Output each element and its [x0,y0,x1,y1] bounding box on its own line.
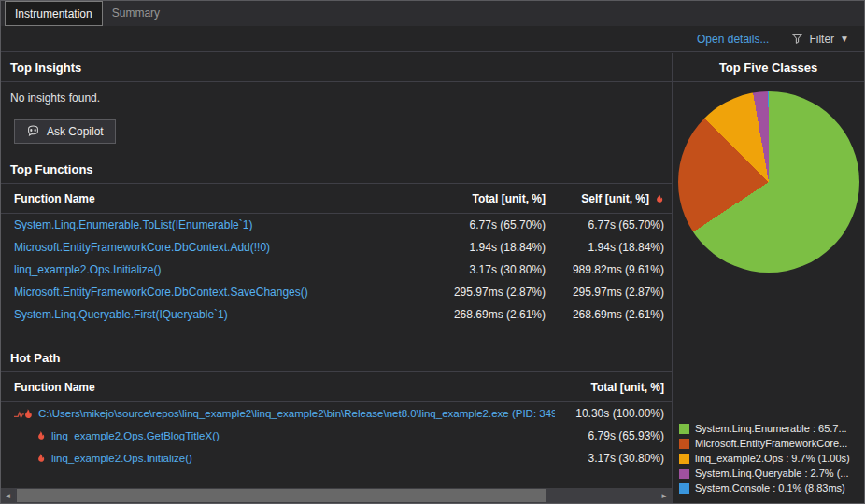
function-link[interactable]: System.Linq.Queryable.First(IQueryable`1… [14,308,228,321]
filter-funnel-icon [791,33,803,45]
total-value: 1.94s (18.84%) [413,241,553,254]
pie-chart[interactable] [678,91,859,273]
legend-swatch [679,469,689,479]
scrollbar-thumb[interactable] [17,489,546,502]
legend-swatch [679,439,689,449]
chevron-down-icon: ▼ [840,34,849,44]
legend-label: linq_example2.Ops : 9.7% (1.00s) [695,453,850,464]
function-link[interactable]: linq_example2.Ops.Initialize() [51,453,192,464]
col-self-label: Self [unit, %] [581,192,649,205]
legend-label: System.Console : 0.1% (8.83ms) [695,483,845,494]
legend-label: System.Linq.Queryable : 2.7% (... [695,468,848,479]
tab-instrumentation[interactable]: Instrumentation [5,1,103,26]
self-value: 1.94s (18.84%) [553,241,672,254]
legend-swatch [679,483,689,494]
total-value: 6.79s (65.93%) [555,429,672,442]
profiler-report-window: Instrumentation Summary Open details... … [0,0,865,504]
col-total: Total [unit, %] [555,381,672,394]
total-value: 268.69ms (2.61%) [413,308,553,321]
legend-swatch [679,424,689,434]
legend-label: System.Linq.Enumerable : 65.7... [695,423,847,434]
no-insights-message: No insights found. [1,82,672,106]
total-value: 3.17s (30.80%) [413,263,553,276]
top-five-classes-title: Top Five Classes [673,53,864,82]
total-value: 10.30s (100.00%) [555,407,672,420]
function-link[interactable]: linq_example2.Ops.Initialize() [14,263,161,276]
legend-item: Microsoft.EntityFrameworkCore... [679,436,862,451]
total-value: 3.17s (30.80%) [555,452,672,465]
self-value: 268.69ms (2.61%) [553,308,672,321]
scroll-left-arrow[interactable]: ◄ [1,488,16,503]
self-value: 6.77s (65.70%) [553,218,672,231]
left-panel: Top Insights No insights found. Ask Copi… [1,53,673,503]
tab-summary[interactable]: Summary [103,1,169,26]
ask-copilot-button[interactable]: Ask Copilot [14,119,116,144]
table-row[interactable]: Microsoft.EntityFrameworkCore.DbContext.… [1,281,672,303]
col-function-name: Function Name [1,381,555,394]
scroll-right-arrow[interactable]: ► [657,488,672,503]
col-self: Self [unit, %] [553,192,672,205]
open-details-link[interactable]: Open details... [697,33,769,46]
function-link[interactable]: linq_example2.Ops.GetBlogTitleX() [51,430,220,441]
function-link[interactable]: System.Linq.Enumerable.ToList(IEnumerabl… [14,218,252,231]
legend-item: System.Linq.Enumerable : 65.7... [679,421,862,436]
copilot-icon [26,124,40,138]
function-link[interactable]: Microsoft.EntityFrameworkCore.DbContext.… [14,241,270,254]
top-insights-title: Top Insights [1,53,672,82]
flame-icon [35,453,46,464]
self-value: 295.97ms (2.87%) [553,286,672,299]
legend-item: System.Console : 0.1% (8.83ms) [679,481,862,496]
hot-path-root-icon [14,407,33,420]
table-row[interactable]: System.Linq.Queryable.First(IQueryable`1… [1,303,672,326]
self-value: 989.82ms (9.61%) [553,263,672,276]
col-total: Total [unit, %] [413,192,553,205]
report-tabstrip: Instrumentation Summary [1,1,864,26]
report-toolbar: Open details... Filter ▼ [1,26,864,52]
top-functions-header-row: Function Name Total [unit, %] Self [unit… [1,184,672,214]
table-row[interactable]: Microsoft.EntityFrameworkCore.DbContext.… [1,236,672,259]
table-row[interactable]: linq_example2.Ops.GetBlogTitleX() 6.79s … [1,425,672,447]
total-value: 6.77s (65.70%) [413,218,553,231]
legend-item: linq_example2.Ops : 9.7% (1.00s) [679,451,862,466]
hot-path-table: Function Name Total [unit, %] C:\Users\m… [1,372,672,469]
pie-legend: System.Linq.Enumerable : 65.7... Microso… [679,421,862,496]
hot-path-title: Hot Path [1,343,672,372]
horizontal-scrollbar[interactable]: ◄ ► [1,488,672,503]
top-five-classes-panel: Top Five Classes System.Linq.Enumerable … [673,53,864,503]
table-row[interactable]: C:\Users\mikejo\source\repos\linq_exampl… [1,402,672,425]
report-body: Top Insights No insights found. Ask Copi… [1,53,864,503]
legend-label: Microsoft.EntityFrameworkCore... [695,438,847,449]
legend-swatch [679,454,689,464]
table-row[interactable]: System.Linq.Enumerable.ToList(IEnumerabl… [1,214,672,236]
filter-label: Filter [809,33,834,46]
legend-item: System.Linq.Queryable : 2.7% (... [679,466,862,481]
total-value: 295.97ms (2.87%) [413,286,553,299]
hot-path-header-row: Function Name Total [unit, %] [1,372,672,402]
function-link[interactable]: Microsoft.EntityFrameworkCore.DbContext.… [14,286,308,299]
top-functions-title: Top Functions [1,155,672,184]
flame-icon [35,430,46,441]
filter-dropdown[interactable]: Filter ▼ [791,33,849,46]
table-row[interactable]: linq_example2.Ops.Initialize() 3.17s (30… [1,447,672,469]
col-function-name: Function Name [1,192,413,205]
flame-icon [653,193,664,204]
ask-copilot-label: Ask Copilot [47,125,104,138]
function-link[interactable]: C:\Users\mikejo\source\repos\linq_exampl… [38,408,555,419]
table-row[interactable]: linq_example2.Ops.Initialize() 3.17s (30… [1,259,672,281]
top-functions-table: Function Name Total [unit, %] Self [unit… [1,184,672,343]
